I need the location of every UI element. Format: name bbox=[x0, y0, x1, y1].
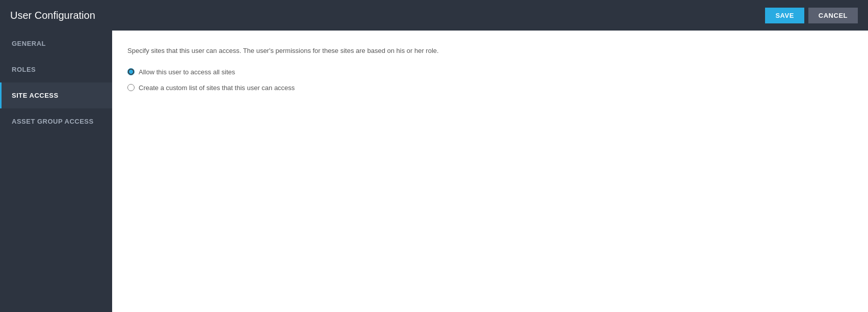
sidebar-item-roles[interactable]: ROLES bbox=[0, 56, 112, 82]
content-area: Specify sites that this user can access.… bbox=[112, 31, 868, 312]
radio-custom-sites-label: Create a custom list of sites that this … bbox=[139, 84, 295, 92]
description-text: Specify sites that this user can access.… bbox=[127, 46, 853, 56]
main-layout: GENERAL ROLES SITE ACCESS ASSET GROUP AC… bbox=[0, 31, 868, 312]
sidebar-item-site-access[interactable]: SITE ACCESS bbox=[0, 82, 112, 108]
radio-all-sites-label: Allow this user to access all sites bbox=[139, 68, 235, 76]
page-title: User Configuration bbox=[10, 10, 95, 21]
sidebar-item-asset-group-access[interactable]: ASSET GROUP ACCESS bbox=[0, 108, 112, 134]
sidebar-item-roles-label: ROLES bbox=[12, 66, 36, 73]
sidebar: GENERAL ROLES SITE ACCESS ASSET GROUP AC… bbox=[0, 31, 112, 312]
save-button[interactable]: SAVE bbox=[765, 8, 804, 23]
radio-custom-sites[interactable] bbox=[127, 84, 135, 91]
sidebar-item-general-label: GENERAL bbox=[12, 40, 46, 47]
radio-option-custom-sites[interactable]: Create a custom list of sites that this … bbox=[127, 84, 853, 92]
header: User Configuration SAVE CANCEL bbox=[0, 0, 868, 31]
sidebar-item-asset-group-access-label: ASSET GROUP ACCESS bbox=[12, 118, 94, 125]
sidebar-item-general[interactable]: GENERAL bbox=[0, 31, 112, 56]
header-buttons: SAVE CANCEL bbox=[765, 8, 858, 23]
radio-all-sites[interactable] bbox=[127, 68, 135, 75]
sidebar-item-site-access-label: SITE ACCESS bbox=[12, 92, 59, 99]
radio-option-all-sites[interactable]: Allow this user to access all sites bbox=[127, 68, 853, 76]
cancel-button[interactable]: CANCEL bbox=[808, 8, 858, 23]
